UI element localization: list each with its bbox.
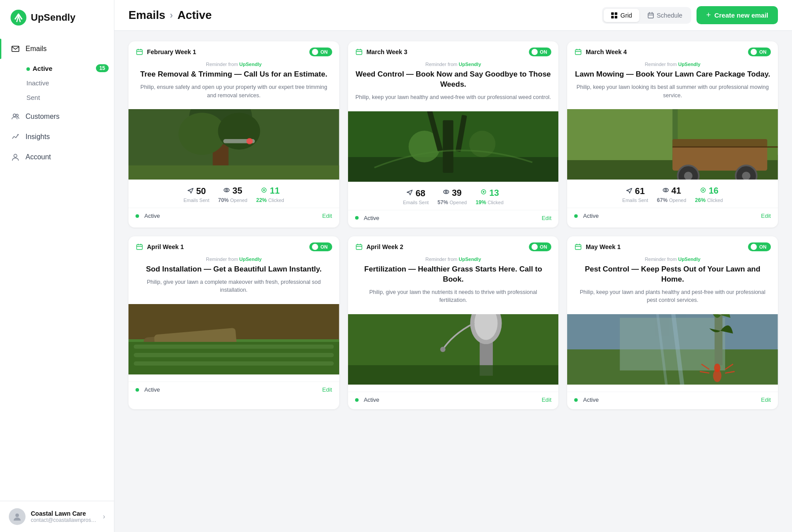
stat-sent: 68 Emails Sent	[403, 188, 429, 205]
email-card-4: April Week 2 ON Reminder from UpSendly F…	[348, 236, 559, 409]
card-image	[348, 111, 559, 182]
week-label: March Week 3	[367, 48, 407, 55]
send-icon	[406, 189, 413, 198]
card-sender: Reminder from UpSendly	[136, 257, 332, 262]
svg-point-2	[16, 114, 18, 117]
clicked-value: 16	[709, 186, 719, 196]
svg-rect-60	[134, 361, 334, 366]
sidebar-item-emails[interactable]: Emails	[0, 39, 114, 59]
card-stats: 50 Emails Sent 35 70% Opene	[128, 180, 339, 208]
svg-rect-6	[611, 12, 614, 15]
card-body: Reminder from UpSendly Sod Installation …	[128, 256, 339, 304]
card-footer: Active Edit	[348, 210, 559, 227]
svg-point-75	[714, 363, 720, 372]
card-footer: Active Edit	[567, 208, 778, 225]
svg-point-16	[218, 113, 260, 150]
toggle-on[interactable]: ON	[309, 242, 332, 251]
svg-rect-27	[443, 120, 453, 173]
email-cards-grid: February Week 1 ON Reminder from UpSendl…	[128, 41, 778, 409]
opened-label: 67% Opened	[657, 197, 686, 203]
edit-button[interactable]: Edit	[322, 386, 332, 393]
calendar-icon	[574, 48, 582, 56]
email-card-2: March Week 4 ON Reminder from UpSendly L…	[567, 41, 778, 227]
card-body: Reminder from UpSendly Fertilization — H…	[348, 256, 559, 314]
card-week: February Week 1	[136, 48, 196, 56]
avatar	[9, 508, 26, 525]
week-label: April Week 1	[147, 243, 184, 250]
account-footer[interactable]: Coastal Lawn Care contact@coastallawnpro…	[0, 501, 114, 532]
svg-point-3	[18, 134, 19, 136]
toggle-on[interactable]: ON	[529, 48, 552, 56]
inactive-label: Inactive	[26, 79, 49, 87]
active-dot: Active	[26, 65, 52, 72]
clicked-label: 26% Clicked	[695, 197, 723, 203]
edit-button[interactable]: Edit	[542, 215, 551, 221]
svg-rect-52	[137, 245, 143, 249]
card-title: Weed Control — Book Now and Say Goodbye …	[355, 70, 552, 90]
card-week: May Week 1	[574, 243, 620, 251]
sidebar-item-account[interactable]: Account	[0, 147, 114, 167]
footer-email: contact@coastallawnpros.c...	[31, 517, 98, 523]
sent-label: Emails Sent	[183, 198, 209, 203]
edit-button[interactable]: Edit	[322, 213, 332, 219]
edit-button[interactable]: Edit	[761, 213, 771, 219]
grid-view-button[interactable]: Grid	[604, 9, 639, 22]
sidebar-item-insights[interactable]: Insights	[0, 127, 114, 147]
card-title: Fertilization — Healthier Grass Starts H…	[355, 264, 552, 285]
sidebar-item-inactive[interactable]: Inactive	[26, 76, 114, 90]
svg-rect-7	[615, 12, 617, 15]
status-badge: Active	[136, 386, 160, 393]
status-label: Active	[583, 213, 598, 219]
card-title: Tree Removal & Trimming — Call Us for an…	[136, 70, 332, 80]
nav: Emails Active 15 Inactive Sent	[0, 35, 114, 501]
svg-point-49	[665, 189, 667, 191]
email-icon	[11, 44, 20, 54]
card-desc: Philip, ensure safety and open up your p…	[136, 83, 332, 100]
card-title: Sod Installation — Get a Beautiful Lawn …	[136, 264, 332, 275]
cursor-icon	[700, 187, 707, 195]
sent-value: 61	[635, 186, 645, 196]
toggle-on[interactable]: ON	[748, 242, 771, 251]
sidebar-item-customers[interactable]: Customers	[0, 106, 114, 127]
sidebar-item-active[interactable]: Active 15	[26, 61, 114, 76]
status-badge: Active	[136, 213, 160, 219]
clicked-value: 13	[489, 188, 499, 198]
card-week: March Week 4	[574, 48, 627, 56]
calendar-icon	[574, 243, 582, 251]
toggle-on[interactable]: ON	[529, 242, 552, 251]
svg-point-35	[483, 191, 484, 193]
week-label: March Week 4	[586, 48, 627, 55]
week-label: February Week 1	[147, 48, 196, 55]
schedule-view-button[interactable]: Schedule	[640, 9, 689, 22]
card-footer: Active Edit	[567, 392, 778, 409]
edit-button[interactable]: Edit	[761, 396, 771, 403]
edit-button[interactable]: Edit	[542, 396, 551, 403]
toggle-on[interactable]: ON	[309, 48, 332, 56]
email-card-5: May Week 1 ON Reminder from UpSendly Pes…	[567, 236, 778, 409]
card-body: Reminder from UpSendly Lawn Mowing — Boo…	[567, 61, 778, 109]
stat-sent: 61 Emails Sent	[622, 186, 648, 203]
sidebar-item-sent[interactable]: Sent	[26, 90, 114, 105]
toggle-circle	[751, 244, 757, 250]
card-sender: Reminder from UpSendly	[574, 62, 771, 67]
grid-label: Grid	[620, 12, 632, 19]
stat-opened: 35 70% Opened	[218, 186, 248, 203]
svg-point-19	[246, 138, 253, 144]
toggle-on[interactable]: ON	[748, 48, 771, 56]
card-header: March Week 4 ON	[567, 41, 778, 61]
card-stats: 68 Emails Sent 39 57% Opene	[348, 182, 559, 210]
svg-rect-10	[648, 13, 653, 18]
email-sub-nav: Active 15 Inactive Sent	[0, 59, 114, 106]
content-area: February Week 1 ON Reminder from UpSendl…	[114, 31, 792, 532]
opened-value: 35	[232, 186, 242, 196]
active-badge: 15	[96, 64, 109, 72]
card-header: May Week 1 ON	[567, 236, 778, 256]
logo-icon	[11, 10, 26, 26]
create-email-label: Create new email	[714, 11, 768, 19]
create-email-button[interactable]: + Create new email	[697, 6, 778, 24]
card-footer: Active Edit	[348, 392, 559, 409]
opened-value: 41	[671, 186, 681, 196]
topbar-actions: Grid Schedule + Create new email	[602, 6, 778, 24]
card-header: March Week 3 ON	[348, 41, 559, 61]
calendar-icon	[136, 48, 143, 56]
